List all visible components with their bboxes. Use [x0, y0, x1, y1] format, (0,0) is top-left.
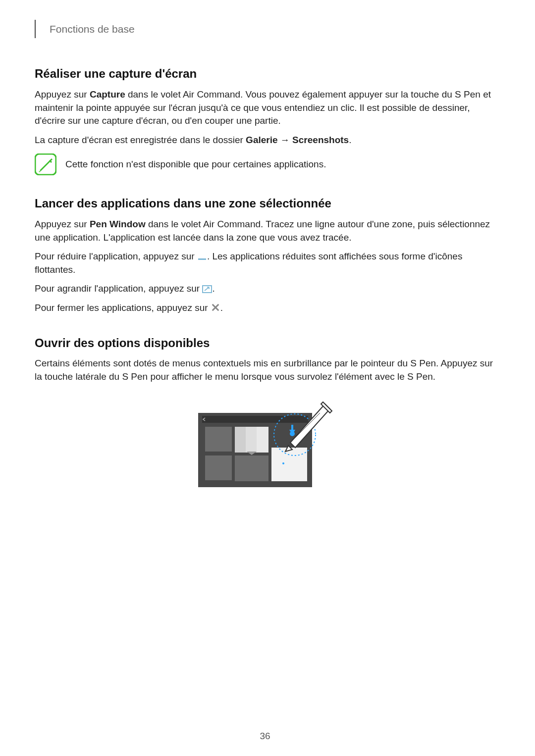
expand-icon: [202, 284, 212, 291]
note-row: Cette fonction n'est disponible que pour…: [35, 153, 495, 175]
note-icon: [35, 153, 56, 175]
section3-title: Ouvrir des options disponibles: [35, 335, 495, 352]
section1-p2: La capture d'écran est enregistrée dans …: [35, 134, 495, 147]
text: Appuyez sur: [35, 219, 90, 229]
spen-illustration: [193, 398, 337, 492]
svg-rect-5: [205, 427, 232, 452]
note-text: Cette fonction n'est disponible que pour…: [65, 158, 326, 171]
text: .: [220, 302, 223, 313]
section1-title: Réaliser une capture d'écran: [35, 65, 495, 82]
section2-p4: Pour fermer les applications, appuyez su…: [35, 302, 495, 315]
text: .: [349, 135, 351, 145]
text: Pour fermer les applications, appuyez su…: [35, 302, 211, 313]
breadcrumb: Fonctions de base: [35, 20, 495, 38]
svg-rect-4: [202, 416, 308, 423]
text: La capture d'écran est enregistrée dans …: [35, 135, 246, 145]
text: Pour réduire l'application, appuyez sur: [35, 251, 197, 261]
text: Pour agrandir l'application, appuyez sur: [35, 283, 202, 294]
text-bold: Pen Window: [90, 219, 146, 229]
page-number: 36: [35, 730, 495, 743]
breadcrumb-text: Fonctions de base: [50, 23, 135, 35]
svg-rect-12: [271, 448, 307, 481]
text: →: [278, 135, 293, 145]
text: .: [212, 283, 214, 294]
svg-rect-8: [235, 427, 246, 453]
section2-p3: Pour agrandir l'application, appuyez sur…: [35, 282, 495, 296]
text-bold: Galerie: [246, 135, 277, 145]
svg-rect-1: [198, 258, 206, 260]
svg-rect-9: [246, 427, 257, 453]
close-icon: [211, 302, 220, 309]
section1-p1: Appuyez sur Capture dans le volet Air Co…: [35, 88, 495, 128]
svg-rect-11: [235, 455, 268, 481]
text-bold: Capture: [90, 89, 125, 100]
text-bold: Screenshots: [292, 135, 349, 145]
section2-p2: Pour réduire l'application, appuyez sur …: [35, 250, 495, 276]
svg-rect-6: [205, 455, 232, 480]
svg-point-13: [282, 462, 284, 464]
section2-title: Lancer des applications dans une zone sé…: [35, 195, 495, 212]
section3-p1: Certains éléments sont dotés de menus co…: [35, 357, 495, 383]
minimize-icon: [197, 252, 207, 258]
text: Appuyez sur: [35, 89, 90, 100]
section2-p1: Appuyez sur Pen Window dans le volet Air…: [35, 218, 495, 244]
